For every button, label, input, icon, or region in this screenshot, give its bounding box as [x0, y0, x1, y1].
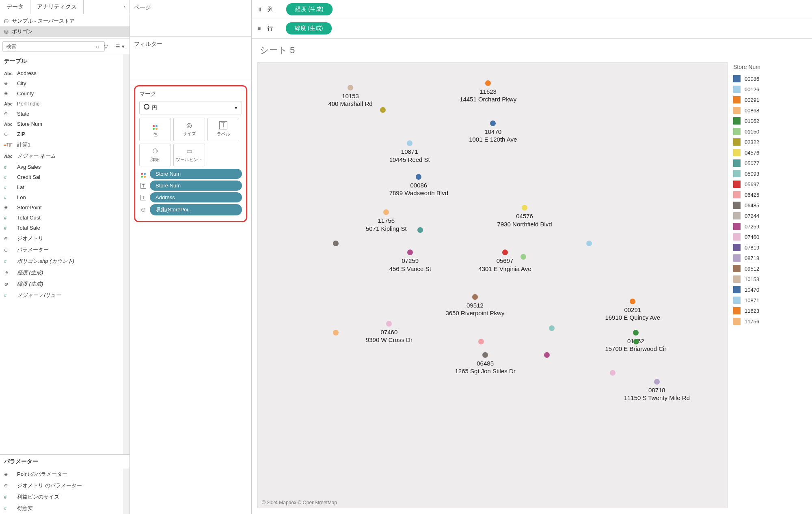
size-button[interactable]: ◎ サイズ [173, 118, 205, 141]
field-item[interactable]: #Avg Sales [0, 162, 123, 172]
legend-item[interactable]: 09512 [733, 263, 806, 274]
field-item[interactable]: #Lat [0, 182, 123, 192]
map-point[interactable]: 000867899 Wadsworth Blvd [389, 174, 448, 197]
field-item[interactable]: ⊕緯度 (生成) [0, 278, 123, 290]
field-item[interactable]: #メジャー バリュー [0, 290, 123, 301]
field-item[interactable]: #Total Sale [0, 223, 123, 233]
legend-item[interactable]: 08718 [733, 253, 806, 263]
field-item[interactable]: #Total Cust [0, 213, 123, 223]
legend-item[interactable]: 11623 [733, 305, 806, 316]
search-input[interactable] [2, 41, 105, 52]
marks-type-dropdown[interactable]: 円 ▾ [139, 101, 242, 114]
map-point-unlabeled[interactable] [417, 227, 423, 234]
map-point-unlabeled[interactable] [544, 352, 550, 359]
collapse-panel-icon[interactable]: ‹ [120, 0, 130, 14]
map-point[interactable]: 074609390 W Cross Dr [366, 321, 412, 344]
map-point[interactable]: 10153400 Marshall Rd [328, 85, 372, 108]
field-item[interactable]: #Credit Sal [0, 172, 123, 182]
map-point[interactable]: 104701001 E 120th Ave [469, 120, 517, 144]
map-point-unlabeled[interactable] [520, 254, 526, 261]
columns-pill[interactable]: 経度 (生成) [286, 3, 332, 15]
mark-pill[interactable]: Store Num [150, 181, 242, 191]
field-item[interactable]: ⊕ZIP [0, 129, 123, 139]
field-item[interactable]: =T|F計算1 [0, 139, 123, 151]
legend-item[interactable]: 10153 [733, 274, 806, 284]
field-item[interactable]: Abcメジャー ネーム [0, 151, 123, 162]
map-point-unlabeled[interactable] [333, 330, 339, 337]
legend-item[interactable]: 10871 [733, 295, 806, 305]
label-button[interactable]: T ラベル [207, 118, 239, 141]
map-point-unlabeled[interactable] [633, 339, 639, 346]
field-item[interactable]: ⊕ジオメトリ [0, 233, 123, 244]
params-scrollbar[interactable] [123, 469, 130, 514]
search-icon[interactable]: ⌕ [96, 43, 99, 49]
map-point-unlabeled[interactable] [586, 241, 592, 248]
map-point[interactable]: 07259456 S Vance St [389, 249, 431, 273]
legend-item[interactable]: 07460 [733, 232, 806, 242]
view-options-icon[interactable]: ☰ ▾ [113, 42, 127, 51]
legend-item[interactable]: 06425 [733, 189, 806, 200]
detail-button[interactable]: ⚇ 詳細 [139, 144, 171, 166]
field-item[interactable]: #ポリゴン.shp (カウント) [0, 256, 123, 267]
legend-item[interactable]: 07819 [733, 242, 806, 253]
map-point[interactable]: 095123650 Riverpoint Pkwy [445, 294, 504, 317]
legend-item[interactable]: 07259 [733, 221, 806, 232]
legend-item[interactable]: 11756 [733, 316, 806, 327]
legend-item[interactable]: 00086 [733, 73, 806, 84]
param-item[interactable]: ⊕Point のパラメーター [0, 469, 123, 480]
map-point[interactable]: 1162314451 Orchard Pkwy [460, 80, 516, 103]
mark-pill[interactable]: Address [150, 192, 242, 202]
map-dot [485, 80, 491, 86]
map-point[interactable]: 0029116910 E Quincy Ave [605, 299, 660, 322]
field-item[interactable]: ⊕StorePoint [0, 202, 123, 213]
tooltip-button[interactable]: ▭ ツールヒント [173, 144, 205, 166]
datasource-polygon[interactable]: ⛁ ポリゴン [0, 26, 130, 37]
legend-item[interactable]: 02322 [733, 137, 806, 147]
field-item[interactable]: #Lon [0, 192, 123, 202]
rows-pill[interactable]: 緯度 (生成) [286, 22, 332, 34]
field-item[interactable]: ⊕City [0, 78, 123, 88]
legend-item[interactable]: 00291 [733, 95, 806, 105]
legend-item[interactable]: 05077 [733, 158, 806, 168]
legend-item[interactable]: 00126 [733, 84, 806, 95]
field-item[interactable]: AbcStore Num [0, 119, 123, 129]
map-point[interactable]: 0871811150 S Twenty Mile Rd [624, 379, 690, 402]
map-point[interactable]: 064851265 Sgt Jon Stiles Dr [455, 352, 516, 375]
fields-scrollbar[interactable] [123, 54, 130, 454]
field-item[interactable]: ⊕County [0, 88, 123, 99]
param-item[interactable]: #得意安 [0, 503, 123, 514]
color-button[interactable]: 色 [139, 118, 171, 141]
mark-pill[interactable]: Store Num [150, 169, 242, 179]
map-point[interactable]: 117565071 Kipling St [366, 209, 407, 232]
tab-data[interactable]: データ [0, 0, 30, 14]
map-point[interactable]: 1087110445 Reed St [389, 140, 430, 163]
map-point-unlabeled[interactable] [380, 107, 386, 114]
mark-pill[interactable]: 収集(StorePoi.. [150, 204, 242, 215]
field-item[interactable]: ⊕経度 (生成) [0, 267, 123, 278]
legend-item[interactable]: 04576 [733, 147, 806, 158]
map-point[interactable]: 045767930 Northfield Blvd [497, 205, 552, 228]
tab-analytics[interactable]: アナリティクス [30, 0, 84, 14]
legend-item[interactable]: 07244 [733, 211, 806, 221]
param-item[interactable]: ⊕ジオメトリ のパラメーター [0, 480, 123, 491]
legend-item[interactable]: 01150 [733, 126, 806, 137]
legend-item[interactable]: 10470 [733, 284, 806, 295]
legend-item[interactable]: 05093 [733, 168, 806, 179]
field-item[interactable]: ⊕State [0, 109, 123, 119]
map-point-unlabeled[interactable] [333, 241, 339, 248]
datasource-sample[interactable]: ⛁ サンプル - スーパーストア [0, 16, 130, 26]
map-view[interactable]: © 2024 Mapbox © OpenStreetMap 10153400 M… [257, 62, 728, 508]
legend-item[interactable]: 01062 [733, 116, 806, 126]
legend-item[interactable]: 06485 [733, 200, 806, 211]
legend-item[interactable]: 00868 [733, 105, 806, 116]
map-point-unlabeled[interactable] [549, 325, 555, 333]
field-item[interactable]: AbcPerf Indic [0, 99, 123, 109]
map-point-unlabeled[interactable] [478, 339, 484, 346]
field-item[interactable]: AbcAddress [0, 68, 123, 78]
legend-item[interactable]: 05697 [733, 179, 806, 189]
param-item[interactable]: #利益ビンのサイズ [0, 491, 123, 503]
map-point-unlabeled[interactable] [610, 370, 615, 377]
field-label: Lon [17, 194, 26, 200]
field-item[interactable]: ⊕パラメーター [0, 244, 123, 256]
filter-icon[interactable]: ▽ [102, 42, 110, 51]
